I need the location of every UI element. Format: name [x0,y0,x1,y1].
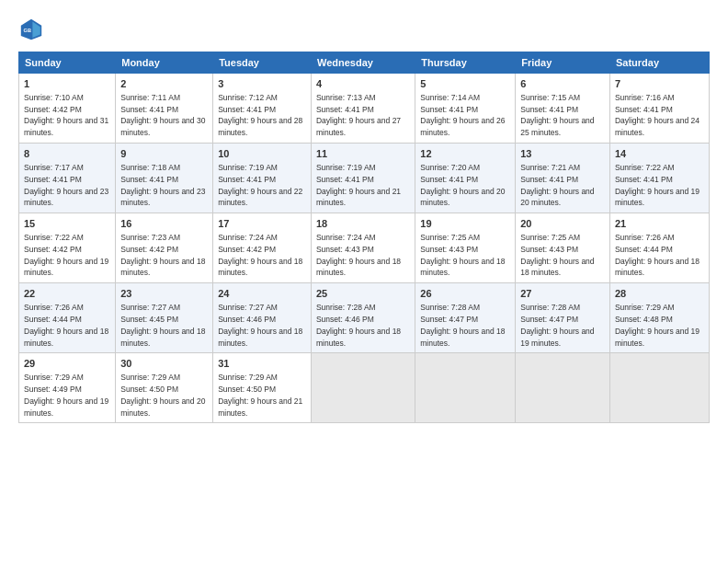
week-row-2: 8Sunrise: 7:17 AMSunset: 4:41 PMDaylight… [19,144,710,213]
day-info: Sunrise: 7:23 AMSunset: 4:42 PMDaylight:… [120,233,205,277]
day-number: 30 [120,357,208,371]
day-cell: 16Sunrise: 7:23 AMSunset: 4:42 PMDayligh… [116,213,213,283]
header: GB [18,17,710,42]
day-info: Sunrise: 7:26 AMSunset: 4:44 PMDaylight:… [615,233,700,277]
header-row: SundayMondayTuesdayWednesdayThursdayFrid… [19,52,710,74]
day-number: 31 [218,357,306,371]
day-number: 20 [520,217,605,231]
logo-icon: GB [18,17,44,42]
day-cell: 20Sunrise: 7:25 AMSunset: 4:43 PMDayligh… [516,213,610,283]
day-info: Sunrise: 7:18 AMSunset: 4:41 PMDaylight:… [120,163,205,207]
day-info: Sunrise: 7:29 AMSunset: 4:48 PMDaylight:… [615,303,700,347]
day-info: Sunrise: 7:22 AMSunset: 4:42 PMDaylight:… [24,233,108,277]
col-header-saturday: Saturday [609,52,709,74]
day-number: 23 [120,287,208,301]
day-info: Sunrise: 7:25 AMSunset: 4:43 PMDaylight:… [520,233,594,277]
day-number: 5 [420,77,510,91]
day-info: Sunrise: 7:28 AMSunset: 4:47 PMDaylight:… [520,303,594,347]
day-cell: 4Sunrise: 7:13 AMSunset: 4:41 PMDaylight… [311,74,415,144]
day-info: Sunrise: 7:24 AMSunset: 4:42 PMDaylight:… [218,233,302,277]
day-cell: 9Sunrise: 7:18 AMSunset: 4:41 PMDaylight… [116,144,213,213]
day-cell: 1Sunrise: 7:10 AMSunset: 4:42 PMDaylight… [19,74,116,144]
day-number: 26 [420,287,510,301]
day-cell: 23Sunrise: 7:27 AMSunset: 4:45 PMDayligh… [116,283,213,353]
day-info: Sunrise: 7:15 AMSunset: 4:41 PMDaylight:… [520,93,594,137]
day-cell: 13Sunrise: 7:21 AMSunset: 4:41 PMDayligh… [516,144,610,213]
col-header-friday: Friday [516,52,610,74]
day-number: 28 [615,287,704,301]
day-cell: 26Sunrise: 7:28 AMSunset: 4:47 PMDayligh… [415,283,516,353]
day-number: 25 [316,287,410,301]
day-number: 2 [120,77,208,91]
day-cell: 7Sunrise: 7:16 AMSunset: 4:41 PMDaylight… [609,74,709,144]
day-number: 14 [615,147,704,161]
day-number: 3 [218,77,306,91]
day-cell: 31Sunrise: 7:29 AMSunset: 4:50 PMDayligh… [213,353,312,423]
day-number: 12 [420,147,510,161]
day-number: 10 [218,147,306,161]
day-cell [609,353,709,423]
week-row-3: 15Sunrise: 7:22 AMSunset: 4:42 PMDayligh… [19,213,710,283]
day-info: Sunrise: 7:21 AMSunset: 4:41 PMDaylight:… [520,163,594,207]
day-number: 24 [218,287,306,301]
col-header-monday: Monday [116,52,213,74]
day-info: Sunrise: 7:25 AMSunset: 4:43 PMDaylight:… [420,233,505,277]
day-info: Sunrise: 7:27 AMSunset: 4:46 PMDaylight:… [218,303,302,347]
day-number: 6 [520,77,605,91]
day-number: 15 [24,217,110,231]
day-number: 29 [24,357,110,371]
day-number: 8 [24,147,110,161]
week-row-1: 1Sunrise: 7:10 AMSunset: 4:42 PMDaylight… [19,74,710,144]
col-header-thursday: Thursday [415,52,516,74]
day-number: 13 [520,147,605,161]
logo: GB [18,17,48,42]
day-info: Sunrise: 7:12 AMSunset: 4:41 PMDaylight:… [218,93,302,137]
day-number: 4 [316,77,410,91]
day-cell: 3Sunrise: 7:12 AMSunset: 4:41 PMDaylight… [213,74,312,144]
day-number: 27 [520,287,605,301]
col-header-tuesday: Tuesday [213,52,312,74]
day-cell: 12Sunrise: 7:20 AMSunset: 4:41 PMDayligh… [415,144,516,213]
day-info: Sunrise: 7:29 AMSunset: 4:50 PMDaylight:… [218,373,302,417]
day-info: Sunrise: 7:28 AMSunset: 4:47 PMDaylight:… [420,303,505,347]
day-info: Sunrise: 7:20 AMSunset: 4:41 PMDaylight:… [420,163,505,207]
day-info: Sunrise: 7:16 AMSunset: 4:41 PMDaylight:… [615,93,700,137]
day-cell: 29Sunrise: 7:29 AMSunset: 4:49 PMDayligh… [19,353,116,423]
day-cell [415,353,516,423]
day-cell: 5Sunrise: 7:14 AMSunset: 4:41 PMDaylight… [415,74,516,144]
day-cell: 28Sunrise: 7:29 AMSunset: 4:48 PMDayligh… [609,283,709,353]
day-cell: 10Sunrise: 7:19 AMSunset: 4:41 PMDayligh… [213,144,312,213]
day-cell: 15Sunrise: 7:22 AMSunset: 4:42 PMDayligh… [19,213,116,283]
day-info: Sunrise: 7:19 AMSunset: 4:41 PMDaylight:… [316,163,401,207]
day-cell: 24Sunrise: 7:27 AMSunset: 4:46 PMDayligh… [213,283,312,353]
day-info: Sunrise: 7:22 AMSunset: 4:41 PMDaylight:… [615,163,700,207]
day-cell: 8Sunrise: 7:17 AMSunset: 4:41 PMDaylight… [19,144,116,213]
day-cell: 30Sunrise: 7:29 AMSunset: 4:50 PMDayligh… [116,353,213,423]
day-cell: 14Sunrise: 7:22 AMSunset: 4:41 PMDayligh… [609,144,709,213]
day-info: Sunrise: 7:19 AMSunset: 4:41 PMDaylight:… [218,163,302,207]
day-info: Sunrise: 7:10 AMSunset: 4:42 PMDaylight:… [24,93,108,137]
day-cell: 6Sunrise: 7:15 AMSunset: 4:41 PMDaylight… [516,74,610,144]
col-header-wednesday: Wednesday [311,52,415,74]
day-number: 11 [316,147,410,161]
day-cell: 22Sunrise: 7:26 AMSunset: 4:44 PMDayligh… [19,283,116,353]
day-number: 1 [24,77,110,91]
day-info: Sunrise: 7:29 AMSunset: 4:50 PMDaylight:… [120,373,205,417]
day-info: Sunrise: 7:29 AMSunset: 4:49 PMDaylight:… [24,373,108,417]
day-number: 7 [615,77,704,91]
day-cell: 11Sunrise: 7:19 AMSunset: 4:41 PMDayligh… [311,144,415,213]
day-number: 21 [615,217,704,231]
svg-text:GB: GB [24,28,31,33]
week-row-4: 22Sunrise: 7:26 AMSunset: 4:44 PMDayligh… [19,283,710,353]
day-number: 16 [120,217,208,231]
day-info: Sunrise: 7:26 AMSunset: 4:44 PMDaylight:… [24,303,108,347]
day-cell: 21Sunrise: 7:26 AMSunset: 4:44 PMDayligh… [609,213,709,283]
day-number: 19 [420,217,510,231]
week-row-5: 29Sunrise: 7:29 AMSunset: 4:49 PMDayligh… [19,353,710,423]
day-info: Sunrise: 7:27 AMSunset: 4:45 PMDaylight:… [120,303,205,347]
calendar-table: SundayMondayTuesdayWednesdayThursdayFrid… [18,52,710,423]
day-info: Sunrise: 7:17 AMSunset: 4:41 PMDaylight:… [24,163,108,207]
day-info: Sunrise: 7:28 AMSunset: 4:46 PMDaylight:… [316,303,401,347]
day-cell: 18Sunrise: 7:24 AMSunset: 4:43 PMDayligh… [311,213,415,283]
day-number: 22 [24,287,110,301]
